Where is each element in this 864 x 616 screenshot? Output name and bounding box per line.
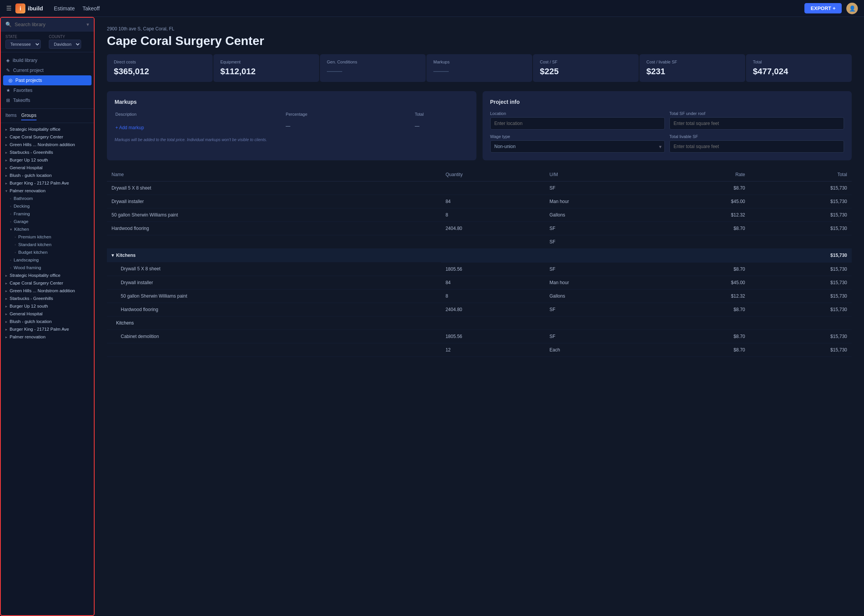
item-name: Drywall 5 X 8 sheet [107,262,441,276]
list-item[interactable]: ◦Standard kitchen [1,241,94,248]
item-rate: $8.70 [658,330,750,343]
sidebar-item-favorites[interactable]: ★ Favorites [1,85,94,95]
table-row: Drywall 5 X 8 sheet 1805.56 SF $8.70 $15… [107,262,852,276]
hamburger-icon[interactable]: ☰ [6,5,12,12]
export-button[interactable]: EXPORT + [804,3,842,13]
bullet-icon: ▸ [5,327,7,331]
list-item[interactable]: ◦Landscaping [1,256,94,264]
metric-card-0: Direct costs $365,012 [107,54,213,82]
list-item[interactable]: ▸Blush - gulch location [1,318,94,325]
item-qty: 1805.56 [441,330,545,343]
livable-sf-input[interactable] [669,140,844,153]
list-item[interactable]: ▸Burger King - 21712 Palm Ave [1,325,94,333]
list-item[interactable]: ▸Burger Up 12 south [1,156,94,164]
metric-value-1: $112,012 [220,67,312,77]
markup-percentage-empty: — [286,120,414,132]
list-item[interactable]: ◦Framing [1,210,94,218]
item-name: 50 gallon Sherwin Williams paint [107,208,441,222]
list-item[interactable]: ▸Burger King - 21712 Palm Ave [1,179,94,187]
metric-label-4: Cost / SF [540,60,632,64]
item-rate: $12.32 [658,208,750,222]
bullet-icon: ◦ [15,235,16,239]
item-rate: $8.70 [658,303,750,316]
nav-takeoff[interactable]: Takeoff [82,5,100,12]
county-label: COUNTY [49,35,89,39]
item-name: Drywall installer [107,195,441,208]
col-total: Total [415,112,468,120]
bullet-icon: ▸ [5,296,7,301]
list-item[interactable]: ◦Budget kitchen [1,248,94,256]
sidebar-item-ibuild-library[interactable]: ◈ ibuild library [1,55,94,65]
tab-items[interactable]: Items [5,111,17,120]
list-item[interactable]: ◦Garage [1,218,94,225]
list-item[interactable]: ◦Wood framing [1,264,94,271]
list-item[interactable]: ▾Kitchen [1,225,94,233]
list-item[interactable]: ▸Blush - gulch location [1,171,94,179]
list-item[interactable]: ◦Premium kitchen [1,233,94,241]
search-bar: 🔍 ▾ [1,18,94,32]
sidebar: 🔍 ▾ STATE Tennessee COUNTY Davidson ◈ ib… [0,17,95,616]
data-table: Name Quantity U/M Rate Total Drywall 5 X… [107,168,852,357]
metric-label-2: Gen. Conditions [327,60,419,64]
item-rate: $8.70 [658,181,750,195]
table-row: Drywall installer 84 Man hour $45.00 $15… [107,276,852,289]
list-item[interactable]: ◦Decking [1,202,94,210]
list-item[interactable]: ▸Strategic Hospitality office [1,271,94,279]
wage-select[interactable]: Non-union Union Prevailing wage [490,140,665,153]
markups-title: Markups [115,99,469,105]
past-projects-icon: ◎ [8,78,12,83]
list-item[interactable]: ▸Burger Up 12 south [1,302,94,310]
th-um: U/M [545,168,658,181]
nav-estimate[interactable]: Estimate [54,5,75,12]
bullet-icon: ▸ [5,173,7,178]
livable-sf-field: Total livable SF [669,134,844,153]
list-item[interactable]: ▾Palmer renovation [1,187,94,195]
list-item[interactable]: ▸Green Hills ... Nordstrom addition [1,287,94,295]
sidebar-item-past-projects[interactable]: ◎ Past projects [3,75,92,85]
location-input[interactable] [490,117,665,130]
markup-total-empty: — [415,120,468,132]
table-row: SF [107,235,852,249]
search-input[interactable] [15,22,83,27]
total-sf-input[interactable] [669,117,844,130]
chevron-down-icon[interactable]: ▾ [87,22,89,27]
item-rate: $12.32 [658,289,750,303]
list-item[interactable]: ▸Strategic Hospitality office [1,125,94,133]
table-row: Drywall 5 X 8 sheet SF $8.70 $15,730 [107,181,852,195]
sidebar-item-current-project[interactable]: ✎ Current project [1,65,94,75]
sidebar-item-takeoffs[interactable]: ⊞ Takeoffs [1,95,94,105]
item-total: $15,730 [750,276,852,289]
item-um: Man hour [545,276,658,289]
wage-type-field: Wage type Non-union Union Prevailing wag… [490,134,665,153]
item-qty: 84 [441,276,545,289]
item-um: SF [545,181,658,195]
list-item[interactable]: ▸Starbucks - Greenhills [1,148,94,156]
th-quantity: Quantity [441,168,545,181]
county-select[interactable]: Davidson [49,40,81,49]
bullet-icon: ◦ [10,258,12,262]
search-icon: 🔍 [5,22,12,27]
table-row: Cabinet demolition 1805.56 SF $8.70 $15,… [107,330,852,343]
list-item[interactable]: ▸Green Hills ... Nordstrom addition [1,141,94,148]
item-um: SF [545,303,658,316]
list-item[interactable]: ▸General Hospital [1,310,94,318]
state-select[interactable]: Tennessee [5,40,41,49]
collapse-icon[interactable]: ▾ [112,253,114,258]
metric-card-2: Gen. Conditions —— [320,54,426,82]
list-item[interactable]: ▸Cape Coral Surgery Center [1,133,94,141]
item-rate: $8.70 [658,343,750,356]
bullet-icon: ▸ [5,143,7,147]
metric-card-3: Markups —— [426,54,532,82]
metric-label-5: Cost / livable SF [646,60,738,64]
add-markup-button[interactable]: + Add markup [115,125,144,130]
list-item[interactable]: ▸Palmer renovation [1,333,94,341]
list-item[interactable]: ◦Bathroom [1,195,94,202]
item-um: SF [545,262,658,276]
list-item[interactable]: ▸General Hospital [1,164,94,171]
tab-groups[interactable]: Groups [21,111,36,120]
list-item[interactable]: ▸Cape Coral Surgery Center [1,279,94,287]
info-row: Markups Description Percentage Total + A… [95,91,864,168]
item-qty [441,181,545,195]
item-qty [441,235,545,249]
list-item[interactable]: ▸Starbucks - Greenhills [1,295,94,302]
